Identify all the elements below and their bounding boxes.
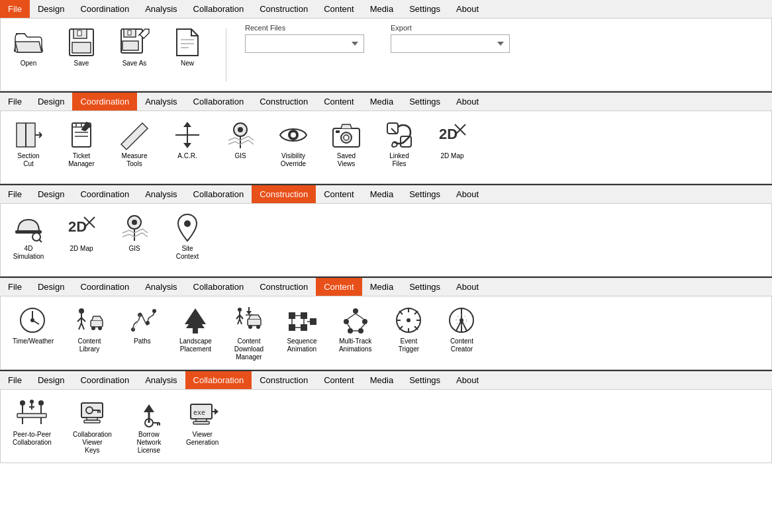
gis-button[interactable]: GIS [220, 116, 260, 163]
menu-media-3[interactable]: Media [362, 185, 401, 203]
menu-design[interactable]: Design [30, 0, 72, 18]
separator [226, 28, 226, 81]
save-label: Save [74, 60, 89, 67]
menu-design-2[interactable]: Design [30, 93, 72, 111]
time-weather-button[interactable]: Time/Weather [9, 302, 56, 348]
menu-media[interactable]: Media [362, 0, 401, 18]
menu-collaboration-5[interactable]: Collaboration [185, 371, 252, 389]
menu-design-3[interactable]: Design [30, 185, 72, 203]
menu-coordination[interactable]: Coordination [72, 0, 137, 18]
content-creator-icon [446, 304, 477, 336]
peer-to-peer-label: Peer-to-PeerCollaboration [13, 431, 52, 447]
menu-construction[interactable]: Construction [252, 0, 316, 18]
menu-settings-4[interactable]: Settings [401, 278, 448, 296]
paths-button[interactable]: Paths [122, 302, 162, 348]
menu-collaboration-3[interactable]: Collaboration [185, 185, 252, 203]
menu-collaboration-4[interactable]: Collaboration [185, 278, 252, 296]
menu-analysis-5[interactable]: Analysis [137, 371, 185, 389]
menu-content-4[interactable]: Content [316, 278, 362, 296]
borrow-network-license-button[interactable]: BorrowNetworkLicense [129, 395, 169, 457]
menu-analysis-4[interactable]: Analysis [137, 278, 185, 296]
menu-file[interactable]: File [0, 0, 30, 18]
svg-rect-83 [301, 324, 307, 331]
section-cut-button[interactable]: SectionCut [9, 116, 48, 171]
saved-views-button[interactable]: SavedViews [326, 116, 366, 171]
menu-content-5[interactable]: Content [316, 371, 362, 389]
4d-simulation-label: 4DSimulation [13, 245, 44, 261]
menu-coordination-2[interactable]: Coordination [72, 93, 137, 111]
content-library-button[interactable]: ContentLibrary [70, 302, 109, 356]
menu-design-4[interactable]: Design [30, 278, 72, 296]
menu-file-4[interactable]: File [0, 278, 30, 296]
menu-construction-3[interactable]: Construction [252, 185, 316, 203]
collaboration-viewer-keys-button[interactable]: CollaborationViewerKeys [69, 395, 116, 457]
menu-collaboration[interactable]: Collaboration [185, 0, 252, 18]
multi-track-animations-button[interactable]: Multi-TrackAnimations [335, 302, 375, 356]
menu-about-4[interactable]: About [448, 278, 487, 296]
menu-media-4[interactable]: Media [362, 278, 401, 296]
menu-construction-4[interactable]: Construction [252, 278, 316, 296]
export-select[interactable] [391, 34, 510, 53]
menu-media-5[interactable]: Media [362, 371, 401, 389]
menu-construction-2[interactable]: Construction [252, 93, 316, 111]
ticket-manager-button[interactable]: TicketManager [62, 116, 101, 171]
svg-rect-68 [193, 328, 198, 333]
event-trigger-button[interactable]: EventTrigger [389, 302, 428, 356]
svg-point-94 [358, 328, 363, 333]
menu-about-3[interactable]: About [448, 185, 487, 203]
menu-collaboration-2[interactable]: Collaboration [185, 93, 252, 111]
2d-map-button[interactable]: 2D 2D Map [432, 116, 472, 163]
menu-file-3[interactable]: File [0, 185, 30, 203]
menu-content[interactable]: Content [316, 0, 362, 18]
landscape-placement-button[interactable]: LandscapePlacement [175, 302, 216, 356]
menu-settings[interactable]: Settings [401, 0, 448, 18]
save-button[interactable]: Save [62, 24, 101, 70]
svg-point-92 [362, 319, 367, 324]
menu-coordination-4[interactable]: Coordination [72, 278, 137, 296]
menu-coordination-3[interactable]: Coordination [72, 185, 137, 203]
svg-rect-7 [122, 41, 138, 50]
4d-simulation-button[interactable]: 4DSimulation [9, 209, 48, 263]
row-coordination: File Design Coordination Analysis Collab… [0, 91, 772, 184]
acr-button[interactable]: A.C.R. [168, 116, 207, 163]
content-library-icon [73, 304, 105, 336]
new-button[interactable]: New [168, 24, 207, 70]
row-collaboration: File Design Coordination Analysis Collab… [0, 370, 772, 463]
menu-settings-2[interactable]: Settings [401, 93, 448, 111]
measure-tools-button[interactable]: MeasureTools [115, 116, 154, 171]
svg-point-90 [353, 308, 358, 314]
open-button[interactable]: Open [9, 24, 48, 70]
menu-settings-3[interactable]: Settings [401, 185, 448, 203]
menu-file-5[interactable]: File [0, 371, 30, 389]
menu-analysis-2[interactable]: Analysis [137, 93, 185, 111]
menubar-file: File Design Coordination Analysis Collab… [0, 0, 772, 19]
linked-files-button[interactable]: LinkedFiles [379, 116, 419, 171]
content-download-manager-button[interactable]: ContentDownloadManager [229, 302, 269, 364]
svg-point-59 [98, 326, 102, 330]
menu-about-2[interactable]: About [448, 93, 487, 111]
content-creator-button[interactable]: ContentCreator [442, 302, 481, 356]
recent-files-select[interactable] [245, 34, 364, 53]
peer-to-peer-button[interactable]: Peer-to-PeerCollaboration [9, 395, 56, 449]
menu-media-2[interactable]: Media [362, 93, 401, 111]
menu-content-2[interactable]: Content [316, 93, 362, 111]
sequence-animation-button[interactable]: SequenceAnimation [282, 302, 322, 356]
menu-construction-5[interactable]: Construction [252, 371, 316, 389]
site-context-button[interactable]: SiteContext [168, 209, 207, 263]
2d-map-construction-button[interactable]: 2D 2D Map [62, 209, 101, 255]
save-as-button[interactable]: Save As [115, 24, 154, 70]
site-context-icon [171, 212, 203, 244]
menu-content-3[interactable]: Content [316, 185, 362, 203]
menu-file-2[interactable]: File [0, 93, 30, 111]
menu-about-5[interactable]: About [448, 371, 487, 389]
viewer-generation-button[interactable]: exe ViewerGeneration [182, 395, 222, 449]
menu-design-5[interactable]: Design [30, 371, 72, 389]
gis-construction-button[interactable]: GIS [115, 209, 154, 255]
svg-point-31 [344, 135, 349, 140]
menu-settings-5[interactable]: Settings [401, 371, 448, 389]
menu-analysis[interactable]: Analysis [137, 0, 185, 18]
menu-coordination-5[interactable]: Coordination [72, 371, 137, 389]
visibility-override-button[interactable]: VisibilityOverride [273, 116, 313, 171]
menu-about[interactable]: About [448, 0, 487, 18]
menu-analysis-3[interactable]: Analysis [137, 185, 185, 203]
